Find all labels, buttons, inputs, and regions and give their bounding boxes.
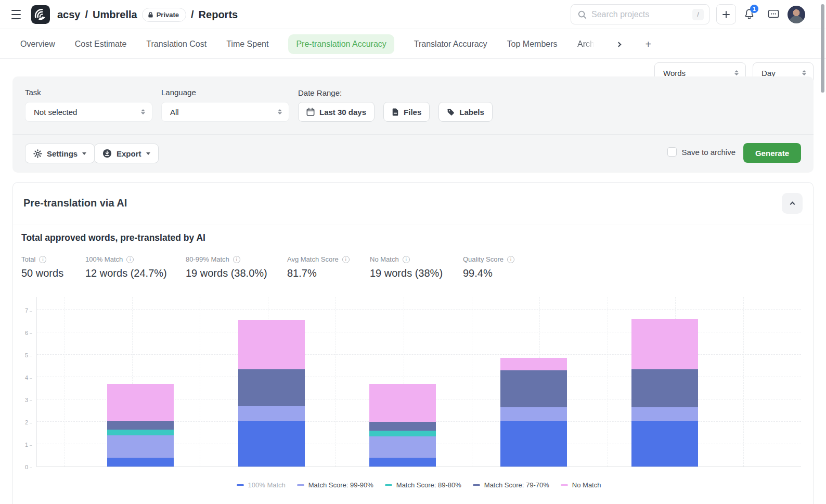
date-range-group: Date Range: Last 30 days [298, 88, 493, 122]
bar-segment[interactable] [107, 430, 174, 435]
bar-stack[interactable] [500, 358, 567, 467]
bar-segment[interactable] [107, 384, 174, 421]
user-avatar[interactable] [788, 6, 805, 23]
export-button-label: Export [117, 149, 141, 158]
stat-label: Avg Match Score [287, 255, 339, 263]
bar-segment[interactable] [369, 458, 436, 467]
legend-color-dash [385, 484, 392, 486]
tab-pre-translation-accuracy[interactable]: Pre-translation Accuracy [288, 34, 394, 54]
tab-translator-accuracy[interactable]: Translator Accuracy [414, 40, 487, 49]
legend-color-dash [297, 484, 304, 486]
bar-stack[interactable] [107, 384, 174, 467]
legend-color-dash [561, 484, 568, 486]
info-icon[interactable]: i [39, 256, 46, 263]
info-icon[interactable]: i [233, 256, 240, 263]
messages-button[interactable] [768, 9, 779, 22]
generate-button[interactable]: Generate [743, 143, 801, 163]
bar-segment[interactable] [500, 370, 567, 407]
bar-segment[interactable] [500, 358, 567, 370]
date-range-label: Date Range: [298, 88, 493, 97]
tab-archive-truncated[interactable]: Arch [577, 40, 595, 49]
section-title: Total approved words, pre-translated by … [21, 232, 205, 243]
legend-item-match-79-70[interactable]: Match Score: 79-70% [473, 481, 549, 489]
bar-segment[interactable] [238, 320, 305, 369]
search-box[interactable]: / [571, 4, 709, 24]
date-range-value: Last 30 days [319, 108, 366, 117]
stat-label: 80-99% Match [186, 255, 229, 263]
bar-segment[interactable] [238, 369, 305, 406]
tab-top-members[interactable]: Top Members [507, 40, 558, 49]
bar-stack[interactable] [369, 384, 436, 467]
legend-item-match-89-80[interactable]: Match Score: 89-80% [385, 481, 461, 489]
bar-segment[interactable] [631, 369, 698, 407]
bar-segment[interactable] [631, 407, 698, 421]
bar-segment[interactable] [238, 421, 305, 467]
search-input[interactable] [591, 10, 688, 19]
date-range-button[interactable]: Last 30 days [298, 102, 375, 122]
breadcrumb-org[interactable]: acsy [57, 9, 81, 21]
info-icon[interactable]: i [342, 256, 350, 263]
app-logo[interactable] [31, 5, 50, 24]
bar-segment[interactable] [631, 319, 698, 369]
legend-item-match-99-90[interactable]: Match Score: 99-90% [297, 481, 373, 489]
legend-label: Match Score: 89-80% [396, 481, 461, 489]
panel-title: Pre-translation via AI [23, 197, 127, 209]
tab-translation-cost[interactable]: Translation Cost [146, 40, 206, 49]
info-icon[interactable]: i [507, 256, 514, 263]
bar-segment[interactable] [107, 435, 174, 458]
settings-button[interactable]: Settings [25, 144, 95, 163]
breadcrumb: acsy / Umbrella Private / Reports [57, 0, 238, 29]
legend-label: Match Score: 99-90% [308, 481, 373, 489]
info-icon[interactable]: i [403, 256, 410, 263]
notifications-count-badge: 1 [750, 5, 758, 13]
bar-segment[interactable] [500, 407, 567, 421]
task-select[interactable]: Not selected [25, 102, 152, 122]
stat-value: 50 words [21, 267, 63, 279]
tabs-scroll-right-button[interactable] [615, 38, 623, 50]
bar-segment[interactable] [369, 384, 436, 422]
gridline-horizontal [37, 309, 801, 310]
bar-segment[interactable] [369, 436, 436, 458]
info-icon[interactable]: i [126, 256, 134, 263]
app-logo-icon [31, 5, 50, 24]
stat-value: 19 words (38.0%) [186, 267, 267, 279]
export-button[interactable]: Export [94, 144, 159, 163]
scrollbar-thumb[interactable] [821, 4, 824, 93]
stat-value: 19 words (38%) [370, 267, 443, 279]
collapse-panel-button[interactable] [782, 193, 803, 214]
save-to-archive-checkbox[interactable] [667, 147, 677, 157]
bar-segment[interactable] [107, 458, 174, 467]
bar-stack[interactable] [631, 319, 698, 467]
bar-segment[interactable] [500, 421, 567, 467]
chart-legend: 100% Match Match Score: 99-90% Match Sco… [36, 481, 801, 489]
tab-cost-estimate[interactable]: Cost Estimate [75, 40, 127, 49]
caret-down-icon [82, 152, 86, 155]
labels-filter-button[interactable]: Labels [438, 102, 493, 122]
breadcrumb-separator: / [85, 9, 88, 21]
hamburger-menu-icon[interactable] [11, 10, 22, 19]
bar-segment[interactable] [107, 421, 174, 430]
bar-segment[interactable] [369, 422, 436, 431]
breadcrumb-project[interactable]: Umbrella [93, 9, 137, 21]
legend-item-100-match[interactable]: 100% Match [237, 481, 286, 489]
bar-stack[interactable] [238, 320, 305, 467]
chart-y-axis: 01234567 [14, 297, 32, 467]
legend-item-no-match[interactable]: No Match [561, 481, 601, 489]
tab-overview[interactable]: Overview [20, 40, 55, 49]
bar-segment[interactable] [369, 431, 436, 436]
language-select[interactable]: All [161, 102, 289, 122]
metric-select-value: Words [663, 69, 686, 77]
notifications-button[interactable]: 1 [743, 8, 757, 22]
bar-segment[interactable] [238, 406, 305, 421]
files-filter-button[interactable]: Files [383, 102, 430, 122]
add-tab-button[interactable]: + [642, 38, 655, 50]
tab-time-spent[interactable]: Time Spent [226, 40, 268, 49]
stat-value: 12 words (24.7%) [85, 267, 167, 279]
legend-color-dash [237, 484, 244, 486]
stat-value: 81.7% [287, 267, 350, 279]
bar-segment[interactable] [631, 421, 698, 467]
lock-icon [148, 11, 153, 18]
stat-avg-match-score: Avg Match Scorei 81.7% [287, 255, 350, 279]
task-select-value: Not selected [34, 108, 77, 117]
create-project-button[interactable] [716, 4, 736, 24]
